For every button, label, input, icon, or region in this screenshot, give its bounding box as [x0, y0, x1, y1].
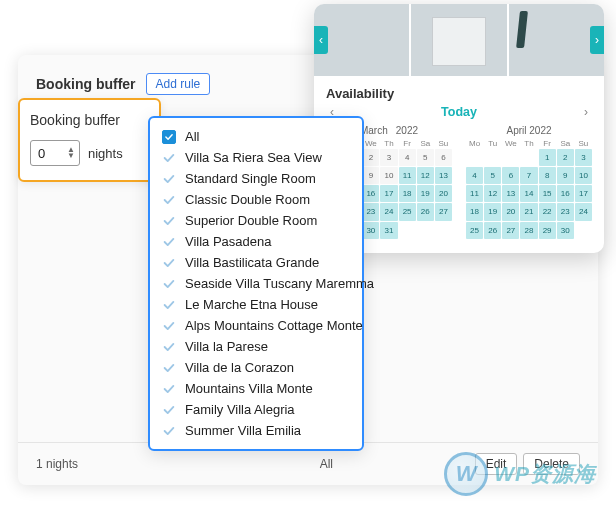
dow-cell: Sa [557, 139, 574, 148]
day-cell[interactable]: 9 [557, 167, 574, 184]
day-cell[interactable]: 16 [557, 185, 574, 202]
dow-row: MoTuWeThFrSaSu [466, 139, 592, 148]
availability-title: Availability [326, 86, 592, 101]
day-cell[interactable]: 2 [557, 149, 574, 166]
dropdown-item[interactable]: Seaside Villa Tuscany Maremma [150, 273, 362, 294]
day-cell[interactable]: 31 [380, 222, 397, 239]
day-cell[interactable]: 29 [539, 222, 556, 239]
dropdown-item[interactable]: Villa de la Corazon [150, 357, 362, 378]
dropdown-item[interactable]: Classic Double Room [150, 189, 362, 210]
day-cell[interactable]: 24 [380, 203, 397, 220]
day-cell[interactable]: 20 [502, 203, 519, 220]
dropdown-item[interactable]: Family Villa Alegria [150, 399, 362, 420]
dropdown-item[interactable]: Superior Double Room [150, 210, 362, 231]
gallery-image[interactable] [409, 4, 506, 76]
dropdown-item-label: Summer Villa Emilia [185, 423, 301, 438]
day-cell[interactable]: 19 [484, 203, 501, 220]
dropdown-item[interactable]: Villa Sa Riera Sea View [150, 147, 362, 168]
day-cell[interactable]: 12 [484, 185, 501, 202]
dow-cell: Tu [484, 139, 501, 148]
day-cell[interactable]: 13 [502, 185, 519, 202]
dropdown-item[interactable]: Villa la Parese [150, 336, 362, 357]
day-cell[interactable]: 26 [484, 222, 501, 239]
dropdown-item[interactable]: Standard Single Room [150, 168, 362, 189]
dow-cell: Su [435, 139, 452, 148]
day-cell[interactable]: 8 [539, 167, 556, 184]
check-icon [162, 256, 176, 270]
image-gallery: ‹ › [314, 4, 604, 76]
edit-button[interactable]: Edit [475, 453, 518, 475]
day-cell[interactable]: 5 [484, 167, 501, 184]
dropdown-item[interactable]: Villa Bastilicata Grande [150, 252, 362, 273]
nights-input[interactable]: 0 ▲ ▼ [30, 140, 80, 166]
check-icon [162, 382, 176, 396]
day-cell[interactable]: 21 [520, 203, 537, 220]
day-cell[interactable]: 11 [466, 185, 483, 202]
add-rule-button[interactable]: Add rule [146, 73, 211, 95]
day-cell[interactable]: 27 [502, 222, 519, 239]
month-name: March [360, 125, 388, 136]
day-cell[interactable]: 1 [539, 149, 556, 166]
accommodations-dropdown[interactable]: All Villa Sa Riera Sea ViewStandard Sing… [148, 116, 364, 451]
day-cell[interactable]: 14 [520, 185, 537, 202]
day-cell[interactable]: 13 [435, 167, 452, 184]
day-cell[interactable]: 19 [417, 185, 434, 202]
day-cell[interactable]: 7 [520, 167, 537, 184]
day-cell[interactable]: 28 [520, 222, 537, 239]
dow-cell: Th [520, 139, 537, 148]
day-cell[interactable]: 3 [575, 149, 592, 166]
check-icon [162, 361, 176, 375]
day-cell[interactable]: 9 [362, 167, 379, 184]
day-cell[interactable]: 25 [399, 203, 416, 220]
day-cell[interactable]: 4 [466, 167, 483, 184]
dropdown-item[interactable]: Alps Mountains Cottage Monte [150, 315, 362, 336]
day-cell[interactable]: 12 [417, 167, 434, 184]
day-cell[interactable]: 18 [466, 203, 483, 220]
day-cell[interactable]: 4 [399, 149, 416, 166]
calendar-next-icon[interactable]: › [580, 105, 592, 119]
checkbox-checked-icon[interactable] [162, 130, 176, 144]
footer-all: All [320, 457, 333, 471]
dropdown-item-all[interactable]: All [150, 126, 362, 147]
dropdown-item[interactable]: Mountains Villa Monte [150, 378, 362, 399]
day-cell[interactable]: 10 [380, 167, 397, 184]
day-cell[interactable]: 16 [362, 185, 379, 202]
day-cell[interactable]: 23 [362, 203, 379, 220]
dow-cell: Th [380, 139, 397, 148]
day-cell[interactable]: 6 [502, 167, 519, 184]
day-cell[interactable]: 26 [417, 203, 434, 220]
day-cell[interactable]: 22 [539, 203, 556, 220]
day-cell[interactable]: 10 [575, 167, 592, 184]
day-cell[interactable]: 3 [380, 149, 397, 166]
dropdown-item-label: Mountains Villa Monte [185, 381, 313, 396]
check-icon [162, 193, 176, 207]
day-cell[interactable]: 23 [557, 203, 574, 220]
day-cell[interactable]: 30 [557, 222, 574, 239]
day-cell[interactable]: 17 [575, 185, 592, 202]
today-label[interactable]: Today [441, 105, 477, 119]
day-cell[interactable]: 20 [435, 185, 452, 202]
spinner-down-icon[interactable]: ▼ [67, 153, 75, 159]
day-cell[interactable]: 15 [539, 185, 556, 202]
check-icon [162, 235, 176, 249]
check-icon [162, 298, 176, 312]
day-cell[interactable]: 2 [362, 149, 379, 166]
day-cell[interactable]: 30 [362, 222, 379, 239]
gallery-image[interactable] [314, 4, 409, 76]
calendar-nav-row: ‹ Today › [326, 105, 592, 119]
day-cell[interactable]: 27 [435, 203, 452, 220]
dropdown-item[interactable]: Summer Villa Emilia [150, 420, 362, 441]
day-cell[interactable]: 25 [466, 222, 483, 239]
gallery-next-icon[interactable]: › [590, 26, 604, 54]
day-cell[interactable]: 11 [399, 167, 416, 184]
dropdown-item[interactable]: Villa Pasadena [150, 231, 362, 252]
delete-button[interactable]: Delete [523, 453, 580, 475]
day-cell[interactable]: 17 [380, 185, 397, 202]
day-cell[interactable]: 18 [399, 185, 416, 202]
day-cell[interactable]: 24 [575, 203, 592, 220]
dropdown-item[interactable]: Le Marche Etna House [150, 294, 362, 315]
day-cell[interactable]: 6 [435, 149, 452, 166]
check-icon [162, 319, 176, 333]
day-cell[interactable]: 5 [417, 149, 434, 166]
gallery-prev-icon[interactable]: ‹ [314, 26, 328, 54]
